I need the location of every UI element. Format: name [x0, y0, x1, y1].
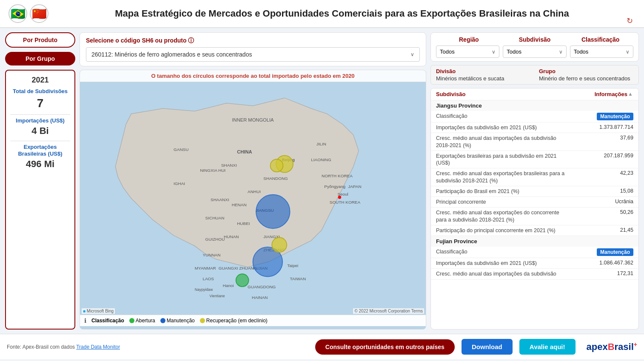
map-title: O tamanho dos círculos corresponde ao to…: [80, 70, 426, 82]
svg-text:INNER MONGOLIA: INNER MONGOLIA: [232, 117, 274, 122]
svg-text:JAPAN: JAPAN: [348, 184, 361, 189]
svg-text:HUNAN: HUNAN: [224, 234, 239, 239]
row-value: Manutenção: [569, 248, 633, 256]
svg-text:GANSU: GANSU: [174, 147, 188, 152]
row-label: Cresc. médio anual das importações da su…: [436, 270, 569, 277]
regiao-dropdown[interactable]: Todos ∨: [436, 45, 499, 58]
table-row: Classificação Manutenção: [431, 247, 638, 258]
svg-text:IGHAI: IGHAI: [174, 181, 185, 186]
row-value: 15,08: [569, 188, 633, 195]
chevron-down-icon: ∨: [410, 51, 414, 57]
legend-abertura: Abertura: [129, 318, 155, 324]
table-row: Importações da subdivisão em 2021 (US$) …: [431, 122, 638, 133]
importacoes-label: Importações (US$): [10, 117, 70, 124]
bottom-bar: Fonte: Apex-Brasil com dados Trade Data …: [0, 334, 644, 359]
row-value: 37,69: [569, 135, 633, 149]
filter-dropdowns: Todos ∨ Todos ∨ Todos ∨: [436, 45, 633, 58]
product-selector: Selecione o código SH6 ou produto ⓘ 2601…: [80, 32, 426, 66]
svg-text:SHANDONG: SHANDONG: [263, 176, 288, 181]
row-label: Cresc. médio anual das exportações do co…: [436, 209, 569, 223]
legend-title: Classificação: [91, 318, 124, 324]
product-label: Selecione o código SH6 ou produto ⓘ: [86, 37, 420, 45]
source-text: Fonte: Apex-Brasil com dados Trade Data …: [7, 344, 308, 350]
svg-text:SHAANXI: SHAANXI: [211, 197, 229, 202]
row-value: 1.373.877.714: [569, 124, 633, 131]
page-title: Mapa Estratégico de Mercados e Oportunid…: [55, 8, 629, 19]
svg-point-38: [256, 195, 290, 229]
table-header-subdivisao: Subdivisão: [436, 91, 564, 97]
download-button[interactable]: Download: [462, 339, 513, 355]
bing-logo: ■ Microsoft Bing: [82, 308, 115, 314]
svg-text:HUBEI: HUBEI: [237, 221, 250, 226]
svg-text:ANHUI: ANHUI: [248, 189, 261, 194]
row-value: 50,26: [569, 209, 633, 223]
trade-data-link[interactable]: Trade Data Monitor: [76, 344, 120, 350]
table-row: Cresc. médio anual das exportações do co…: [431, 208, 638, 225]
regiao-value: Todos: [440, 48, 455, 55]
product-value: 260112: Minérios de ferro aglomerados e …: [91, 51, 252, 58]
avalie-button[interactable]: Avalie aqui!: [519, 339, 576, 355]
subdivisao-dropdown[interactable]: Todos ∨: [503, 45, 566, 58]
row-value: 172,31: [569, 270, 633, 277]
svg-text:LAOS: LAOS: [202, 276, 214, 281]
svg-point-41: [271, 159, 283, 172]
row-label: Principal concorrente: [436, 199, 569, 205]
main-content: Por Produto Por Grupo 2021 Total de Subd…: [0, 28, 644, 334]
svg-text:NORTH KOREA: NORTH KOREA: [322, 173, 353, 178]
svg-text:YUNNAN: YUNNAN: [202, 253, 220, 257]
map-legend: ℹ Classificação Abertura Manutenção Recu…: [80, 315, 426, 326]
table-row: Classificação Manutenção: [431, 111, 638, 122]
svg-text:NINGXIA HUI: NINGXIA HUI: [200, 168, 225, 173]
table-group-jiangsu: Jiangsu Province: [431, 100, 638, 111]
svg-text:SOUTH KOREA: SOUTH KOREA: [330, 200, 361, 205]
info-circle-icon: ℹ: [84, 317, 86, 324]
legend-manutencao: Manutenção: [160, 318, 195, 324]
row-label: Cresc. médio anual das exportações brasi…: [436, 170, 569, 184]
divisao-grupo-row: Divisão Minérios metálicos e sucata Grup…: [430, 65, 639, 85]
row-label: Exportações brasileiras para a subdivisã…: [436, 153, 569, 167]
svg-point-44: [338, 196, 341, 199]
classificacao-dropdown[interactable]: Todos ∨: [570, 45, 633, 58]
table-row: Cresc. médio anual das importações da su…: [431, 133, 638, 151]
table-row: Cresc. médio anual das exportações brasi…: [431, 168, 638, 186]
table-body[interactable]: Jiangsu Province Classificação Manutençã…: [431, 100, 638, 329]
svg-text:SICHUAN: SICHUAN: [205, 216, 225, 220]
map-container: O tamanho dos círculos corresponde ao to…: [80, 70, 426, 330]
left-panel: Por Produto Por Grupo 2021 Total de Subd…: [5, 32, 75, 330]
row-label: Classificação: [436, 113, 569, 120]
exportacoes-value: 496 Mi: [10, 159, 70, 170]
classificacao-value: Todos: [574, 48, 589, 55]
table-row: Participação do principal concorrente em…: [431, 225, 638, 236]
header: 🇧🇷 🇨🇳 Mapa Estratégico de Mercados e Opo…: [0, 0, 644, 28]
subdivisoes-value: 7: [10, 97, 70, 110]
subdivisao-filter-value: Todos: [507, 48, 521, 55]
row-label: Participação do Brasil em 2021 (%): [436, 188, 569, 195]
subdivisao-chevron-icon: ∨: [559, 49, 563, 55]
por-produto-button[interactable]: Por Produto: [5, 32, 75, 48]
grupo-label: Grupo: [539, 68, 633, 74]
scroll-up-icon[interactable]: ▲: [627, 91, 633, 97]
legend-recuperacao: Recuperação (em declínio): [200, 318, 268, 324]
svg-text:Pyŏngyang: Pyŏngyang: [324, 184, 345, 189]
grupo-section: Grupo Minério de ferro e seus concentrad…: [539, 68, 633, 82]
table-row: Importações da subdivisão em 2021 (US$) …: [431, 258, 638, 269]
map-area: INNER MONGOLIA GANSU NINGXIA HUI SHANXI …: [80, 82, 426, 315]
svg-text:Vientiane: Vientiane: [210, 294, 225, 298]
por-grupo-button[interactable]: Por Grupo: [5, 52, 75, 65]
consulte-button[interactable]: Consulte oportunidades em outros países: [315, 339, 455, 355]
row-value: 42,23: [569, 170, 633, 184]
status-badge: Manutenção: [597, 248, 633, 256]
svg-text:GUANGDONG: GUANGDONG: [248, 284, 276, 289]
product-dropdown[interactable]: 260112: Minérios de ferro aglomerados e …: [86, 47, 420, 62]
table-row: Principal concorrente Ucrânia: [431, 197, 638, 208]
table-header: Subdivisão Informações ▲: [431, 88, 638, 100]
svg-text:SHANXI: SHANXI: [221, 163, 237, 168]
refresh-icon[interactable]: ↻: [627, 16, 633, 26]
filter-labels: Região Subdivisão Classificação: [436, 36, 633, 43]
svg-text:HENAN: HENAN: [232, 202, 247, 207]
grupo-value: Minério de ferro e seus concentrados: [539, 75, 633, 82]
row-value: 207.187.959: [569, 153, 633, 167]
svg-text:JILIN: JILIN: [316, 142, 326, 146]
svg-text:Taipei: Taipei: [287, 263, 298, 268]
row-value: 21,45: [569, 227, 633, 234]
